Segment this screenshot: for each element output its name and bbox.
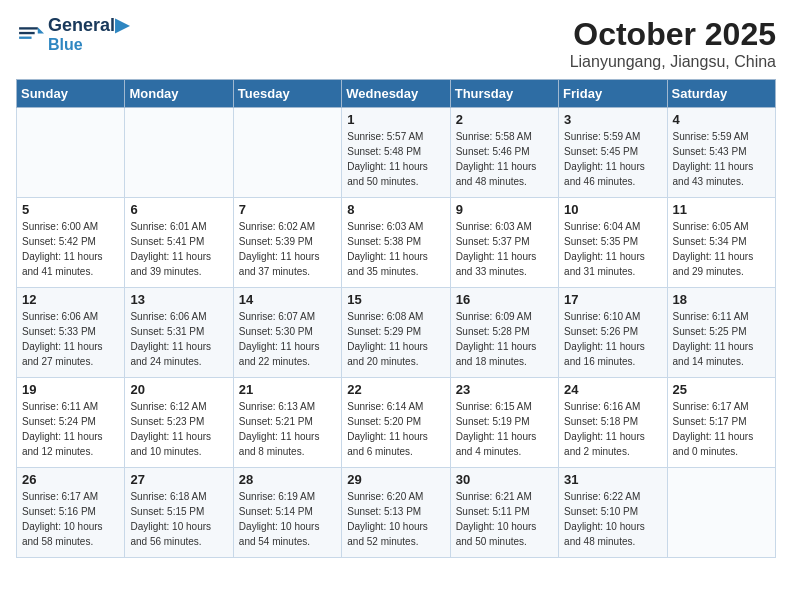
calendar-cell: 21Sunrise: 6:13 AM Sunset: 5:21 PM Dayli… bbox=[233, 378, 341, 468]
day-info: Sunrise: 6:03 AM Sunset: 5:38 PM Dayligh… bbox=[347, 219, 444, 279]
calendar-cell: 30Sunrise: 6:21 AM Sunset: 5:11 PM Dayli… bbox=[450, 468, 558, 558]
day-number: 10 bbox=[564, 202, 661, 217]
day-number: 29 bbox=[347, 472, 444, 487]
page-header: General▶ Blue October 2025 Lianyungang, … bbox=[16, 16, 776, 71]
day-info: Sunrise: 5:58 AM Sunset: 5:46 PM Dayligh… bbox=[456, 129, 553, 189]
day-info: Sunrise: 6:09 AM Sunset: 5:28 PM Dayligh… bbox=[456, 309, 553, 369]
calendar-cell: 7Sunrise: 6:02 AM Sunset: 5:39 PM Daylig… bbox=[233, 198, 341, 288]
weekday-header-wednesday: Wednesday bbox=[342, 80, 450, 108]
day-info: Sunrise: 6:08 AM Sunset: 5:29 PM Dayligh… bbox=[347, 309, 444, 369]
day-info: Sunrise: 5:59 AM Sunset: 5:45 PM Dayligh… bbox=[564, 129, 661, 189]
calendar-cell: 14Sunrise: 6:07 AM Sunset: 5:30 PM Dayli… bbox=[233, 288, 341, 378]
day-info: Sunrise: 6:16 AM Sunset: 5:18 PM Dayligh… bbox=[564, 399, 661, 459]
calendar-cell: 9Sunrise: 6:03 AM Sunset: 5:37 PM Daylig… bbox=[450, 198, 558, 288]
calendar-cell: 8Sunrise: 6:03 AM Sunset: 5:38 PM Daylig… bbox=[342, 198, 450, 288]
calendar-cell: 26Sunrise: 6:17 AM Sunset: 5:16 PM Dayli… bbox=[17, 468, 125, 558]
day-info: Sunrise: 6:04 AM Sunset: 5:35 PM Dayligh… bbox=[564, 219, 661, 279]
day-number: 7 bbox=[239, 202, 336, 217]
svg-rect-2 bbox=[19, 27, 38, 29]
svg-rect-0 bbox=[16, 21, 44, 49]
calendar-cell: 23Sunrise: 6:15 AM Sunset: 5:19 PM Dayli… bbox=[450, 378, 558, 468]
calendar-week-5: 26Sunrise: 6:17 AM Sunset: 5:16 PM Dayli… bbox=[17, 468, 776, 558]
day-info: Sunrise: 5:59 AM Sunset: 5:43 PM Dayligh… bbox=[673, 129, 770, 189]
weekday-header-monday: Monday bbox=[125, 80, 233, 108]
day-info: Sunrise: 6:12 AM Sunset: 5:23 PM Dayligh… bbox=[130, 399, 227, 459]
calendar-cell bbox=[17, 108, 125, 198]
day-info: Sunrise: 6:14 AM Sunset: 5:20 PM Dayligh… bbox=[347, 399, 444, 459]
day-number: 9 bbox=[456, 202, 553, 217]
calendar-cell: 13Sunrise: 6:06 AM Sunset: 5:31 PM Dayli… bbox=[125, 288, 233, 378]
day-info: Sunrise: 6:03 AM Sunset: 5:37 PM Dayligh… bbox=[456, 219, 553, 279]
calendar-cell: 16Sunrise: 6:09 AM Sunset: 5:28 PM Dayli… bbox=[450, 288, 558, 378]
day-info: Sunrise: 6:10 AM Sunset: 5:26 PM Dayligh… bbox=[564, 309, 661, 369]
day-number: 25 bbox=[673, 382, 770, 397]
day-number: 31 bbox=[564, 472, 661, 487]
calendar-cell: 10Sunrise: 6:04 AM Sunset: 5:35 PM Dayli… bbox=[559, 198, 667, 288]
day-info: Sunrise: 6:22 AM Sunset: 5:10 PM Dayligh… bbox=[564, 489, 661, 549]
weekday-header-tuesday: Tuesday bbox=[233, 80, 341, 108]
day-info: Sunrise: 6:13 AM Sunset: 5:21 PM Dayligh… bbox=[239, 399, 336, 459]
calendar-cell: 3Sunrise: 5:59 AM Sunset: 5:45 PM Daylig… bbox=[559, 108, 667, 198]
day-number: 15 bbox=[347, 292, 444, 307]
day-info: Sunrise: 6:20 AM Sunset: 5:13 PM Dayligh… bbox=[347, 489, 444, 549]
day-info: Sunrise: 6:18 AM Sunset: 5:15 PM Dayligh… bbox=[130, 489, 227, 549]
day-number: 26 bbox=[22, 472, 119, 487]
calendar-cell: 11Sunrise: 6:05 AM Sunset: 5:34 PM Dayli… bbox=[667, 198, 775, 288]
calendar-cell: 5Sunrise: 6:00 AM Sunset: 5:42 PM Daylig… bbox=[17, 198, 125, 288]
calendar-week-4: 19Sunrise: 6:11 AM Sunset: 5:24 PM Dayli… bbox=[17, 378, 776, 468]
calendar-cell: 18Sunrise: 6:11 AM Sunset: 5:25 PM Dayli… bbox=[667, 288, 775, 378]
calendar-cell: 4Sunrise: 5:59 AM Sunset: 5:43 PM Daylig… bbox=[667, 108, 775, 198]
calendar-table: SundayMondayTuesdayWednesdayThursdayFrid… bbox=[16, 79, 776, 558]
day-info: Sunrise: 6:07 AM Sunset: 5:30 PM Dayligh… bbox=[239, 309, 336, 369]
day-info: Sunrise: 6:21 AM Sunset: 5:11 PM Dayligh… bbox=[456, 489, 553, 549]
logo-blue-text: Blue bbox=[48, 36, 129, 54]
day-number: 13 bbox=[130, 292, 227, 307]
month-title: October 2025 bbox=[570, 16, 776, 53]
logo-text: General▶ bbox=[48, 16, 129, 36]
weekday-header-thursday: Thursday bbox=[450, 80, 558, 108]
location-subtitle: Lianyungang, Jiangsu, China bbox=[570, 53, 776, 71]
day-number: 1 bbox=[347, 112, 444, 127]
day-info: Sunrise: 6:17 AM Sunset: 5:16 PM Dayligh… bbox=[22, 489, 119, 549]
day-number: 5 bbox=[22, 202, 119, 217]
day-number: 22 bbox=[347, 382, 444, 397]
day-info: Sunrise: 6:11 AM Sunset: 5:24 PM Dayligh… bbox=[22, 399, 119, 459]
day-info: Sunrise: 5:57 AM Sunset: 5:48 PM Dayligh… bbox=[347, 129, 444, 189]
weekday-header-saturday: Saturday bbox=[667, 80, 775, 108]
svg-rect-4 bbox=[19, 36, 31, 38]
day-info: Sunrise: 6:00 AM Sunset: 5:42 PM Dayligh… bbox=[22, 219, 119, 279]
day-number: 19 bbox=[22, 382, 119, 397]
day-number: 14 bbox=[239, 292, 336, 307]
calendar-cell: 25Sunrise: 6:17 AM Sunset: 5:17 PM Dayli… bbox=[667, 378, 775, 468]
calendar-cell: 28Sunrise: 6:19 AM Sunset: 5:14 PM Dayli… bbox=[233, 468, 341, 558]
day-number: 23 bbox=[456, 382, 553, 397]
calendar-cell: 2Sunrise: 5:58 AM Sunset: 5:46 PM Daylig… bbox=[450, 108, 558, 198]
day-number: 8 bbox=[347, 202, 444, 217]
weekday-header-row: SundayMondayTuesdayWednesdayThursdayFrid… bbox=[17, 80, 776, 108]
day-number: 27 bbox=[130, 472, 227, 487]
calendar-week-1: 1Sunrise: 5:57 AM Sunset: 5:48 PM Daylig… bbox=[17, 108, 776, 198]
day-number: 28 bbox=[239, 472, 336, 487]
calendar-cell: 15Sunrise: 6:08 AM Sunset: 5:29 PM Dayli… bbox=[342, 288, 450, 378]
calendar-cell bbox=[233, 108, 341, 198]
calendar-cell: 6Sunrise: 6:01 AM Sunset: 5:41 PM Daylig… bbox=[125, 198, 233, 288]
day-number: 24 bbox=[564, 382, 661, 397]
day-info: Sunrise: 6:01 AM Sunset: 5:41 PM Dayligh… bbox=[130, 219, 227, 279]
day-info: Sunrise: 6:15 AM Sunset: 5:19 PM Dayligh… bbox=[456, 399, 553, 459]
calendar-cell bbox=[667, 468, 775, 558]
weekday-header-friday: Friday bbox=[559, 80, 667, 108]
day-number: 11 bbox=[673, 202, 770, 217]
calendar-cell: 31Sunrise: 6:22 AM Sunset: 5:10 PM Dayli… bbox=[559, 468, 667, 558]
day-info: Sunrise: 6:19 AM Sunset: 5:14 PM Dayligh… bbox=[239, 489, 336, 549]
calendar-cell: 22Sunrise: 6:14 AM Sunset: 5:20 PM Dayli… bbox=[342, 378, 450, 468]
day-number: 18 bbox=[673, 292, 770, 307]
title-block: October 2025 Lianyungang, Jiangsu, China bbox=[570, 16, 776, 71]
calendar-cell: 24Sunrise: 6:16 AM Sunset: 5:18 PM Dayli… bbox=[559, 378, 667, 468]
day-number: 6 bbox=[130, 202, 227, 217]
day-number: 20 bbox=[130, 382, 227, 397]
day-info: Sunrise: 6:06 AM Sunset: 5:33 PM Dayligh… bbox=[22, 309, 119, 369]
day-number: 4 bbox=[673, 112, 770, 127]
day-number: 30 bbox=[456, 472, 553, 487]
day-info: Sunrise: 6:06 AM Sunset: 5:31 PM Dayligh… bbox=[130, 309, 227, 369]
day-info: Sunrise: 6:17 AM Sunset: 5:17 PM Dayligh… bbox=[673, 399, 770, 459]
